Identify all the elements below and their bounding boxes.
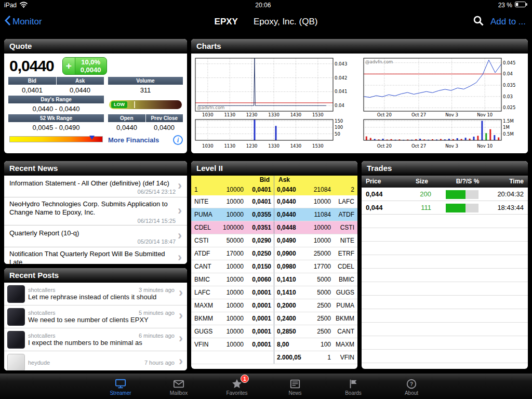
clock: 20:06: [255, 2, 271, 9]
level2-bid-mm: VFIN: [191, 338, 215, 351]
level2-bid-price: 0,0150: [246, 260, 274, 273]
level2-row[interactable]: PUMA100000,03550,044011084ATDF: [191, 208, 357, 221]
best-ask-price: 0,0440: [274, 184, 304, 195]
level2-row[interactable]: BKMM100000,00010,24002500BKMM: [191, 312, 357, 325]
svg-text:@advfn.com: @advfn.com: [365, 59, 393, 64]
avatar: [7, 331, 25, 349]
level2-row[interactable]: MAXM100000,00010,20002500PUMA: [191, 299, 357, 312]
level2-ask-size: 17700: [304, 260, 334, 273]
level2-row[interactable]: GUGS100000,00010,28502500CANT: [191, 325, 357, 338]
gauge-low-label: LOW: [111, 101, 127, 108]
news-icon: [289, 377, 301, 390]
charts-body: 1030103011301130123012301330133014301430…: [191, 54, 528, 153]
news-item[interactable]: Information Statement - All Other (defin…: [4, 176, 187, 197]
level2-ask-size: 25000: [304, 247, 334, 260]
news-item[interactable]: Quarterly Report (10-q)05/20/14 18:47›: [4, 225, 187, 247]
svg-text:1530: 1530: [312, 112, 324, 117]
level2-ask-price: 0,1410: [274, 273, 304, 286]
level2-row[interactable]: 2.000,051VFIN: [191, 351, 357, 364]
tab-favorites[interactable]: 1Favorites: [217, 374, 257, 399]
news-panel: Recent News Information Statement - All …: [4, 161, 187, 264]
buy-portion: [446, 190, 466, 199]
tab-mailbox[interactable]: Mailbox: [159, 374, 198, 399]
level2-row[interactable]: CSTI500000,02900,049010000NITE: [191, 234, 357, 247]
level2-ask-mm: BKMM: [334, 312, 357, 325]
best-ask-count: 2: [334, 184, 357, 195]
trade-row-empty: [362, 336, 528, 350]
trade-row[interactable]: 0,04420020:04:32: [362, 188, 528, 201]
trade-row[interactable]: 0,04411118:43:44: [362, 201, 528, 215]
more-financials-link[interactable]: More Financials: [108, 136, 159, 144]
news-title: NeoHydro Technologies Corp. Submits Appl…: [9, 200, 177, 217]
post-item[interactable]: shotcallers5 minutes agoWe need to see n…: [4, 305, 187, 328]
level2-row[interactable]: CDEL1000000,03510,044810000CSTI: [191, 221, 357, 234]
tab-news[interactable]: News: [275, 374, 315, 399]
svg-text:1330: 1330: [268, 143, 280, 149]
trade-size: 200: [398, 188, 446, 201]
trade-price: 0,044: [362, 201, 398, 215]
post-item[interactable]: shotcallers6 minutes agoI expect the num…: [4, 328, 187, 351]
charts-panel-header: Charts: [191, 39, 528, 54]
volume-label: Volume: [108, 77, 183, 85]
posts-panel-header: Recent Posts: [4, 268, 187, 283]
level2-bid-size: 10000: [215, 208, 246, 221]
52wk-range-slider: [9, 136, 103, 142]
search-icon[interactable]: [473, 15, 484, 29]
daily-chart[interactable]: Oct 20Oct 20Oct 27Oct 27Nov 3Nov 3Nov 10…: [360, 54, 528, 153]
ticker-symbol: EPXY: [215, 17, 238, 27]
level2-bid-price: 0,0001: [246, 325, 274, 338]
chevron-right-icon: ›: [177, 231, 185, 243]
posts-list: shotcallers3 minutes agoLet me rephrase …: [4, 283, 187, 370]
tab-label: Mailbox: [170, 390, 188, 396]
news-title: Quarterly Report (10-q): [9, 229, 177, 237]
svg-text:0.5M: 0.5M: [503, 131, 514, 137]
news-title: Notification That Quarterly Report Will …: [9, 250, 177, 264]
level2-bid-mm: LAFC: [191, 286, 215, 299]
quote-grid: Bid Ask Volume 0,0401 0,0440 311 Day's R…: [4, 77, 187, 145]
gauge-marker: [134, 101, 135, 108]
news-item[interactable]: Notification That Quarterly Report Will …: [4, 247, 187, 264]
level2-row[interactable]: LAFC100000,00010,14105000GUGS: [191, 286, 357, 299]
add-to-button[interactable]: Add to ...: [490, 17, 526, 27]
post-time: 5 minutes ago: [139, 310, 175, 316]
level2-row[interactable]: NITE100000,04010,044010000LAFC: [191, 195, 357, 208]
level2-ask-size: 100: [304, 338, 334, 351]
tab-about[interactable]: ?About: [392, 374, 431, 399]
svg-text:@advfn.com: @advfn.com: [197, 105, 224, 110]
news-item[interactable]: NeoHydro Technologies Corp. Submits Appl…: [4, 197, 187, 225]
svg-text:1M: 1M: [503, 125, 510, 130]
best-bid-size: 10000: [215, 184, 246, 195]
level2-row[interactable]: CANT100000,01500,098017700CDEL: [191, 260, 357, 273]
svg-text:0.045: 0.045: [503, 60, 515, 65]
tab-bar: StreamerMailbox1FavoritesNewsBoards?Abou…: [0, 373, 532, 399]
bid-column-label: Bid: [246, 176, 274, 184]
level2-bid-size: 10000: [215, 195, 246, 208]
level2-row[interactable]: ATDF170000,02500,090025000ETRF: [191, 247, 357, 260]
open-label: Open: [108, 114, 145, 122]
level2-bid-size: 10000: [215, 312, 246, 325]
post-item[interactable]: shotcallers3 minutes agoLet me rephrase …: [4, 283, 187, 305]
svg-text:0.04: 0.04: [503, 71, 513, 76]
intraday-chart[interactable]: 1030103011301130123012301330133014301430…: [191, 54, 360, 153]
svg-text:0.04: 0.04: [335, 103, 344, 108]
tab-boards[interactable]: Boards: [334, 374, 373, 399]
trade-row-empty: [362, 228, 528, 242]
level2-ask-price: 0,0440: [274, 208, 304, 221]
trade-size: 111: [398, 201, 446, 215]
news-title: Information Statement - All Other (defin…: [9, 179, 177, 188]
status-bar: iPad 20:06 23 %: [0, 0, 532, 10]
best-ask-size: 21084: [304, 184, 334, 195]
post-item[interactable]: heydude7 hours ago›: [4, 351, 187, 370]
svg-text:Nov 10: Nov 10: [477, 143, 493, 149]
tab-streamer[interactable]: Streamer: [101, 374, 140, 399]
level2-row[interactable]: BMIC100000,00600,14105000BMIC: [191, 273, 357, 286]
level2-ask-price: 2.000,05: [274, 351, 304, 364]
info-icon[interactable]: i: [173, 135, 183, 145]
svg-text:Nov 10: Nov 10: [477, 112, 493, 117]
trade-row-empty: [362, 350, 528, 363]
svg-text:1130: 1130: [224, 143, 235, 149]
panel-title: Trades: [367, 164, 392, 172]
level2-bid-size: 10000: [215, 325, 246, 338]
level2-ask-price: 0,0490: [274, 234, 304, 247]
level2-row[interactable]: VFIN100000,00018,00100MAXM: [191, 338, 357, 351]
